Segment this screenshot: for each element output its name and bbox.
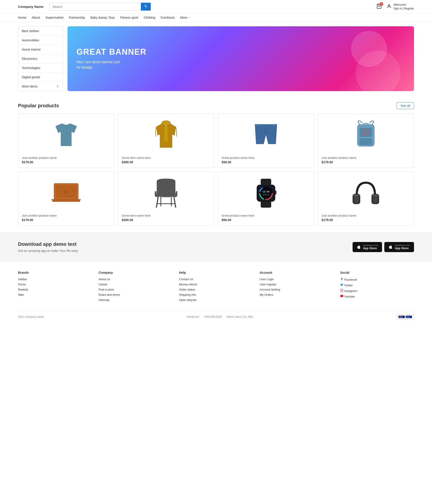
products-grid: Just another product name $179.00 Some i… bbox=[18, 114, 414, 225]
sidebar-item-electronics[interactable]: Electronics bbox=[18, 54, 63, 63]
footer-link-twitter[interactable]: Twitter bbox=[340, 283, 414, 287]
nav-partnership[interactable]: Partnership bbox=[69, 16, 85, 19]
footer-link-instagram[interactable]: Instagram bbox=[340, 289, 414, 293]
product-card-7[interactable]: 10:09 MON 12 Great product name here $56… bbox=[218, 171, 314, 225]
footer-link-about-us[interactable]: About us bbox=[99, 278, 172, 281]
svg-rect-15 bbox=[360, 139, 372, 145]
footer-link-user-register[interactable]: User register bbox=[260, 283, 333, 286]
footer-link-youtube[interactable]: Youtube bbox=[340, 294, 414, 298]
svg-rect-37 bbox=[354, 195, 359, 203]
product-card-1[interactable]: Just another product name $179.00 bbox=[18, 114, 114, 168]
see-all-button[interactable]: See all bbox=[397, 102, 414, 109]
sidebar-item-best-clothes[interactable]: Best clothes bbox=[18, 27, 63, 36]
hero-banner: GREAT BANNER Hey I am demo banner justfo… bbox=[67, 26, 414, 91]
footer-link-career[interactable]: Career bbox=[99, 283, 172, 286]
footer-link-reebok[interactable]: Reebok bbox=[18, 288, 92, 291]
svg-rect-42 bbox=[340, 289, 343, 292]
footer: Brands Adidas Puma Reebok Nike Company A… bbox=[0, 261, 432, 324]
footer-link-facebook[interactable]: Facebook bbox=[340, 278, 414, 281]
footer-link-dispute[interactable]: Open dispute bbox=[179, 298, 253, 302]
app-store-button-1[interactable]: Download on the App Store bbox=[353, 242, 382, 252]
footer-social-heading: Social bbox=[340, 271, 414, 274]
user-icon[interactable] bbox=[386, 4, 392, 10]
footer-link-shipping[interactable]: Shipping info bbox=[179, 293, 253, 297]
nav-clothing[interactable]: Clothing bbox=[144, 16, 155, 19]
product-price-8: $179.00 bbox=[322, 218, 410, 222]
svg-rect-9 bbox=[257, 124, 259, 126]
footer-link-rules[interactable]: Rules and terms bbox=[99, 293, 172, 297]
product-name-7: Great product name here bbox=[222, 214, 310, 217]
svg-rect-26 bbox=[261, 201, 271, 207]
sidebar-item-automobiles[interactable]: Automobiles bbox=[18, 36, 63, 45]
product-card-6[interactable]: Some item name here $280.00 bbox=[118, 171, 214, 225]
footer-link-puma[interactable]: Puma bbox=[18, 283, 92, 286]
products-section: Popular products See all Just another pr… bbox=[0, 96, 432, 232]
sidebar-item-technologies[interactable]: Technologies bbox=[18, 63, 63, 73]
nav-supermarket[interactable]: Supermarket bbox=[46, 16, 64, 19]
footer-link-refund[interactable]: Money refund bbox=[179, 283, 253, 286]
banner-decoration-2 bbox=[356, 51, 401, 91]
header: Company Name 0 Welcome! Sign in | Regist… bbox=[0, 0, 432, 13]
nav-about[interactable]: About bbox=[32, 16, 40, 19]
main-nav: Home About Supermarket Partnership Baby … bbox=[0, 13, 432, 22]
product-card-3[interactable]: Great product name here $56.00 bbox=[218, 114, 314, 168]
footer-account: Account User Login User register Account… bbox=[260, 271, 333, 303]
app-store-button-2[interactable]: Download on the App Store bbox=[384, 242, 414, 252]
search-input[interactable] bbox=[49, 3, 141, 10]
footer-link-my-orders[interactable]: My Orders bbox=[260, 293, 333, 297]
logo: Company Name bbox=[18, 5, 45, 9]
product-price-3: $56.00 bbox=[222, 160, 310, 164]
search-button[interactable] bbox=[141, 3, 151, 10]
footer-account-heading: Account bbox=[260, 271, 333, 274]
svg-rect-10 bbox=[273, 124, 274, 126]
product-image-2 bbox=[122, 117, 210, 153]
user-area: Welcome! Sign in | Register bbox=[386, 3, 414, 10]
sidebar-item-digital-goods[interactable]: Digital goods bbox=[18, 73, 63, 82]
svg-text:10:09: 10:09 bbox=[262, 190, 270, 193]
product-image-7: 10:09 MON 12 bbox=[222, 175, 310, 211]
banner-text: GREAT BANNER Hey I am demo banner justfo… bbox=[76, 47, 147, 70]
product-card-5[interactable]: Just another product name $179.00 bbox=[18, 171, 114, 225]
welcome-text: Welcome! Sign in | Register bbox=[394, 3, 414, 10]
product-price-1: $179.00 bbox=[22, 160, 110, 164]
product-image-4 bbox=[322, 117, 410, 153]
app-subtitle: Get an amazing app to make Your life eas… bbox=[18, 249, 78, 252]
product-name-2: Some item name here bbox=[122, 156, 210, 160]
sign-links[interactable]: Sign in | Register bbox=[394, 7, 414, 10]
product-price-2: $280.00 bbox=[122, 160, 210, 164]
nav-fitness[interactable]: Fitness sport bbox=[120, 16, 138, 19]
footer-link-nike[interactable]: Nike bbox=[18, 293, 92, 297]
cart-button[interactable]: 0 bbox=[377, 4, 382, 10]
products-title: Popular products bbox=[18, 103, 59, 109]
svg-point-2 bbox=[66, 134, 67, 135]
product-card-4[interactable]: Just another product name $179.00 bbox=[318, 114, 414, 168]
footer-link-account-setting[interactable]: Account Setting bbox=[260, 288, 333, 291]
app-title: Download app demo text bbox=[18, 241, 78, 247]
svg-text:PayPal: PayPal bbox=[406, 316, 410, 318]
nav-furnitures[interactable]: Furnitures bbox=[161, 16, 175, 19]
footer-link-contact[interactable]: Contact us bbox=[179, 278, 253, 281]
product-name-1: Just another product name bbox=[22, 156, 110, 160]
nav-baby-toys[interactable]: Baby &amp; Toys bbox=[91, 16, 115, 19]
products-header: Popular products See all bbox=[18, 102, 414, 109]
sidebar-item-more[interactable]: More items bbox=[18, 82, 63, 91]
product-image-5 bbox=[22, 175, 110, 211]
footer-link-user-login[interactable]: User Login bbox=[260, 278, 333, 281]
welcome-greeting: Welcome! bbox=[394, 3, 414, 7]
facebook-icon bbox=[340, 278, 343, 281]
footer-help: Help Contact us Money refund Order statu… bbox=[179, 271, 253, 303]
product-price-5: $179.00 bbox=[22, 218, 110, 222]
product-card-8[interactable]: Just another product name $179.00 bbox=[318, 171, 414, 225]
svg-point-6 bbox=[162, 121, 171, 126]
search-bar bbox=[49, 3, 151, 10]
footer-link-sitemap[interactable]: Sitemap bbox=[99, 298, 172, 302]
product-card-2[interactable]: Some item name here $280.00 bbox=[118, 114, 214, 168]
footer-phone: +000-000-0000 bbox=[204, 315, 222, 318]
nav-home[interactable]: Home bbox=[18, 16, 26, 19]
sidebar-item-home-interior[interactable]: Home interior bbox=[18, 45, 63, 54]
footer-link-adidas[interactable]: Adidas bbox=[18, 278, 92, 281]
footer-link-find-store[interactable]: Find a store bbox=[99, 288, 172, 291]
paypal-icon: PayPal bbox=[406, 315, 412, 319]
nav-more[interactable]: More bbox=[180, 16, 191, 19]
footer-link-order-status[interactable]: Order status bbox=[179, 288, 253, 291]
